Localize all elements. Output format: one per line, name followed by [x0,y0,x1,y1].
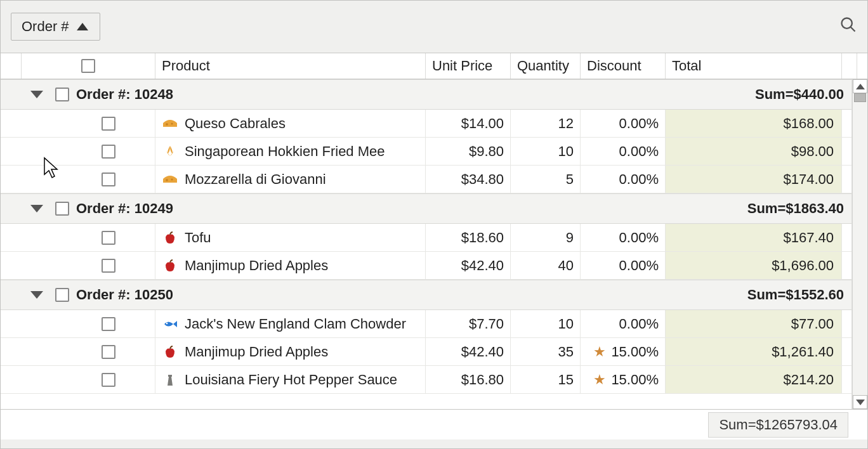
header-select-all[interactable] [22,53,155,79]
cell-total: $1,696.00 [666,252,842,279]
row-checkbox[interactable] [62,310,155,337]
discount-value: 0.00% [619,143,659,160]
sort-ascending-icon [77,23,88,30]
row-checkbox[interactable] [62,224,155,251]
group-row[interactable]: Order #: 10249Sum=$1863.40 [1,193,852,224]
cell-product: Manjimup Dried Apples [155,252,426,279]
discount-value: 0.00% [619,257,659,274]
cell-total: $1,261.40 [666,338,842,365]
group-row[interactable]: Order #: 10248Sum=$440.00 [1,79,852,110]
cell-product: Queso Cabrales [155,110,426,137]
group-title: Order #: 10250 [72,287,173,303]
scroll-up-button[interactable] [853,79,867,93]
row-checkbox[interactable] [62,252,155,279]
svg-line-1 [851,27,855,32]
group-checkbox[interactable] [52,288,72,302]
row-checkbox[interactable] [62,110,155,137]
vertical-scrollbar[interactable] [852,79,867,409]
checkbox-icon [55,202,69,216]
checkbox-icon [102,345,115,359]
svg-point-0 [842,18,852,29]
caret-down-icon [30,205,43,212]
grain-icon [162,145,178,159]
group-chip-order[interactable]: Order # [11,13,100,41]
row-checkbox[interactable] [62,338,155,365]
svg-point-3 [171,122,173,124]
header-unit-price[interactable]: Unit Price [426,53,511,79]
checkbox-icon [102,172,115,186]
checkbox-icon [55,88,69,101]
group-title: Order #: 10248 [72,86,173,103]
star-icon: ★ [593,373,606,387]
cell-product: Tofu [155,224,426,251]
scroll-down-button[interactable] [853,395,867,409]
cell-total: $174.00 [666,166,842,193]
checkbox-icon [102,317,115,331]
cell-discount: 0.00% [581,110,666,137]
cell-product: Jack's New England Clam Chowder [155,310,426,337]
product-name: Singaporean Hokkien Fried Mee [185,143,385,160]
discount-value: 15.00% [611,372,659,388]
table-row[interactable]: Louisiana Fiery Hot Pepper Sauce$16.8015… [1,366,852,394]
discount-value: 0.00% [619,115,659,132]
cell-quantity: 5 [511,166,581,193]
cell-discount: ★15.00% [581,338,666,365]
group-checkbox[interactable] [52,88,72,101]
checkbox-icon [102,117,115,131]
table-row[interactable]: Jack's New England Clam Chowder$7.70100.… [1,310,852,338]
cheese-icon [162,117,178,131]
scroll-thumb[interactable] [854,93,866,102]
cell-product: Louisiana Fiery Hot Pepper Sauce [155,366,426,393]
table-row[interactable]: Queso Cabrales$14.00120.00%$168.00 [1,110,852,138]
checkbox-icon [102,231,115,245]
row-checkbox[interactable] [62,366,155,393]
caret-down-icon [30,291,43,299]
grid-container: Order # Product Unit Price Quantity Disc… [0,0,868,449]
table-row[interactable]: Tofu$18.6090.00%$167.40 [1,224,852,252]
cell-unit-price: $16.80 [426,366,511,393]
cell-discount: 0.00% [581,252,666,279]
header-product[interactable]: Product [155,53,426,79]
scroll-track[interactable] [853,93,867,395]
product-name: Mozzarella di Giovanni [185,171,326,188]
discount-value: 0.00% [619,230,659,246]
collapse-toggle[interactable] [22,205,52,212]
apple-icon [162,231,178,245]
grid-body: Order #: 10248Sum=$440.00Queso Cabrales$… [1,79,867,409]
table-row[interactable]: Manjimup Dried Apples$42.40400.00%$1,696… [1,252,852,280]
cell-unit-price: $42.40 [426,338,511,365]
cell-quantity: 15 [511,366,581,393]
cell-product: Manjimup Dried Apples [155,338,426,365]
search-icon[interactable] [839,16,857,37]
cell-product: Mozzarella di Giovanni [155,166,426,193]
header-total[interactable]: Total [666,53,842,79]
cell-discount: 0.00% [581,166,666,193]
collapse-toggle[interactable] [22,291,52,299]
group-panel[interactable]: Order # [1,1,867,53]
grand-total: Sum=$1265793.04 [708,412,848,438]
cell-total: $77.00 [666,310,842,337]
discount-value: 0.00% [619,171,659,188]
header-scrollbar-spacer [842,53,857,79]
collapse-toggle[interactable] [22,91,52,98]
table-row[interactable]: Mozzarella di Giovanni$34.8050.00%$174.0… [1,166,852,193]
row-checkbox[interactable] [62,166,155,193]
table-row[interactable]: Manjimup Dried Apples$42.4035★15.00%$1,2… [1,338,852,366]
cell-unit-price: $7.70 [426,310,511,337]
svg-point-2 [166,123,168,126]
cell-quantity: 12 [511,110,581,137]
grid-footer: Sum=$1265793.04 [1,409,867,439]
row-checkbox[interactable] [62,138,155,165]
cell-quantity: 9 [511,224,581,251]
caret-down-icon [30,91,43,98]
header-discount[interactable]: Discount [581,53,666,79]
group-checkbox[interactable] [52,202,72,216]
header-quantity[interactable]: Quantity [511,53,581,79]
spice-icon [162,373,178,387]
svg-point-5 [171,178,173,180]
table-row[interactable]: Singaporean Hokkien Fried Mee$9.80100.00… [1,138,852,166]
cell-discount: 0.00% [581,310,666,337]
cell-quantity: 10 [511,138,581,165]
product-name: Jack's New England Clam Chowder [185,316,406,332]
group-row[interactable]: Order #: 10250Sum=$1552.60 [1,280,852,310]
